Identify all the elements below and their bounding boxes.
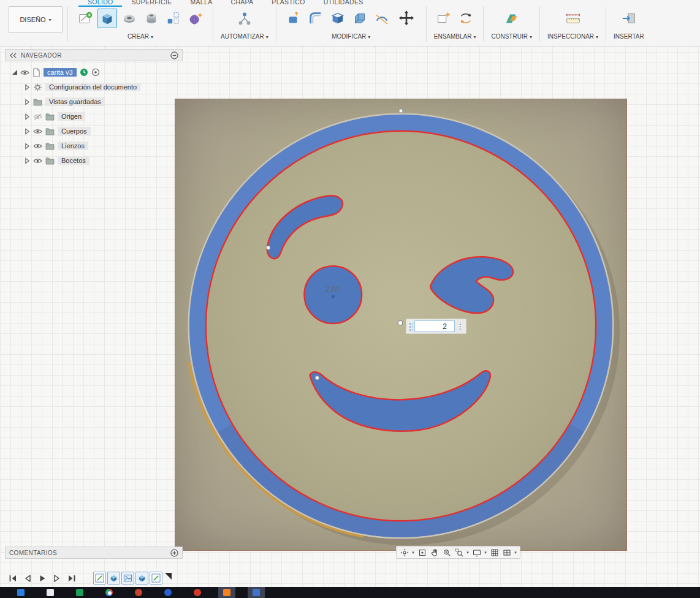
automate-icon[interactable] (232, 9, 257, 28)
taskbar-app-steel[interactable] (248, 587, 265, 598)
chamfer-icon[interactable] (350, 9, 370, 28)
pan-icon[interactable] (428, 547, 440, 558)
taskbar-app-red[interactable] (130, 587, 147, 598)
measure-icon[interactable] (561, 9, 585, 28)
timeline-sketch-icon[interactable] (150, 572, 162, 585)
toolbar-group-label-automatizar[interactable]: AUTOMATIZAR (221, 32, 268, 41)
hide-panel-icon[interactable] (170, 51, 178, 59)
dimension-menu-icon[interactable] (457, 321, 464, 332)
tree-item-label[interactable]: Configuración del documento (45, 83, 140, 91)
toolbar-group-label-ensamblar[interactable]: ENSAMBLAR (434, 32, 476, 41)
timeline-position-marker[interactable] (165, 573, 172, 580)
tree-item-bocetos[interactable]: Bocetos (5, 153, 183, 168)
dimension-input[interactable] (414, 320, 455, 332)
revolve-icon[interactable] (120, 9, 139, 28)
timeline-canvas-icon[interactable] (121, 572, 134, 585)
toolbar-group-label-inspeccionar[interactable]: INSPECCIONAR (547, 32, 598, 41)
skip-to-end-icon[interactable] (66, 573, 77, 583)
tree-item-configuracion[interactable]: Configuración del documento (5, 80, 183, 94)
tree-item-lienzos[interactable]: Lienzos (5, 138, 183, 153)
timeline-extrude-icon[interactable] (107, 572, 120, 585)
tree-root-row[interactable]: carita v3 (5, 65, 183, 80)
taskbar-app-light[interactable] (42, 587, 59, 598)
tree-item-cuerpos[interactable]: Cuerpos (5, 124, 183, 138)
expand-triangle-icon[interactable] (25, 143, 30, 150)
target-icon[interactable] (91, 68, 100, 77)
drag-handle-icon[interactable] (408, 322, 413, 331)
tree-item-origen[interactable]: Origen (5, 109, 183, 124)
look-at-icon[interactable] (416, 547, 428, 558)
folder-icon (45, 142, 55, 150)
chevron-down-icon[interactable] (411, 550, 416, 555)
zoom-icon[interactable] (441, 547, 452, 558)
eye-icon[interactable] (20, 69, 29, 76)
viewports-icon[interactable] (501, 547, 512, 558)
taskbar-app-fusion[interactable] (218, 587, 235, 598)
step-forward-icon[interactable] (51, 573, 63, 583)
orbit-icon[interactable] (398, 547, 410, 558)
move-icon[interactable] (394, 9, 419, 28)
tree-item-label[interactable]: Cuerpos (58, 127, 91, 135)
taskbar-app-red-2[interactable] (189, 587, 206, 598)
taskbar-app-blue[interactable] (159, 587, 177, 598)
taskbar-app-chrome[interactable] (101, 587, 118, 598)
document-icon (32, 68, 40, 77)
chevron-down-icon (151, 33, 153, 40)
tree-item-label[interactable]: Bocetos (58, 156, 89, 165)
pattern-icon[interactable] (164, 9, 183, 28)
os-taskbar (0, 587, 700, 598)
expanded-triangle-icon[interactable] (12, 70, 17, 75)
collapse-panel-icon[interactable] (9, 53, 17, 58)
eye-hidden-icon[interactable] (33, 113, 42, 120)
hole-icon[interactable] (142, 9, 161, 28)
chevron-down-icon[interactable] (465, 550, 470, 555)
taskbar-app-excel[interactable] (71, 587, 88, 598)
form-icon[interactable] (186, 9, 205, 28)
taskbar-app-browser-blue[interactable] (12, 587, 29, 598)
document-title[interactable]: carita v3 (44, 68, 77, 77)
new-component-icon[interactable] (434, 9, 454, 28)
joint-icon[interactable] (456, 9, 476, 28)
create-sketch-icon[interactable] (75, 9, 95, 28)
extrude-icon[interactable] (97, 9, 117, 28)
press-pull-icon[interactable] (284, 9, 303, 28)
step-back-icon[interactable] (22, 573, 33, 583)
fillet-icon[interactable] (306, 9, 325, 28)
tree-item-label[interactable]: Vistas guardadas (45, 97, 105, 106)
insert-icon[interactable] (619, 9, 639, 28)
clock-icon[interactable] (80, 68, 88, 77)
toolbar-group-label-crear[interactable]: CREAR (127, 32, 153, 41)
display-settings-icon[interactable] (471, 547, 482, 558)
navigator-header[interactable]: NAVEGADOR (5, 49, 183, 61)
shell-icon[interactable] (328, 9, 348, 28)
eye-icon[interactable] (33, 128, 42, 135)
expand-triangle-icon[interactable] (25, 128, 30, 135)
design-menu-button[interactable]: DISEÑO (9, 6, 63, 33)
timeline-extrude-icon[interactable] (135, 572, 148, 585)
expand-triangle-icon[interactable] (25, 113, 30, 120)
tree-item-vistas[interactable]: Vistas guardadas (5, 94, 183, 109)
grid-icon[interactable] (489, 547, 500, 558)
toolbar-group-label-modificar[interactable]: MODIFICAR (332, 32, 370, 41)
play-icon[interactable] (37, 573, 48, 583)
expand-triangle-icon[interactable] (25, 99, 30, 105)
tree-item-label[interactable]: Lienzos (58, 142, 88, 150)
expand-triangle-icon[interactable] (25, 84, 30, 91)
comments-header[interactable]: COMENTARIOS (5, 547, 183, 559)
split-icon[interactable] (372, 9, 392, 28)
chevron-down-icon[interactable] (513, 550, 518, 555)
eye-icon[interactable] (33, 157, 42, 164)
toolbar-group-label-construir[interactable]: CONSTRUIR (491, 32, 531, 41)
canvas-image-smiley[interactable]: 2.00 (175, 99, 627, 551)
timeline-sketch-icon[interactable] (93, 572, 106, 585)
expand-triangle-icon[interactable] (25, 157, 30, 164)
add-comment-icon[interactable] (170, 549, 178, 557)
chevron-down-icon[interactable] (483, 550, 488, 555)
toolbar-group-label-insertar[interactable]: INSERTAR (614, 32, 644, 41)
construct-plane-icon[interactable] (500, 9, 524, 28)
zoom-window-icon[interactable] (453, 547, 465, 558)
tree-item-label[interactable]: Origen (58, 112, 85, 121)
skip-to-start-icon[interactable] (7, 573, 18, 583)
timeline-features (93, 572, 172, 585)
eye-icon[interactable] (33, 143, 42, 150)
